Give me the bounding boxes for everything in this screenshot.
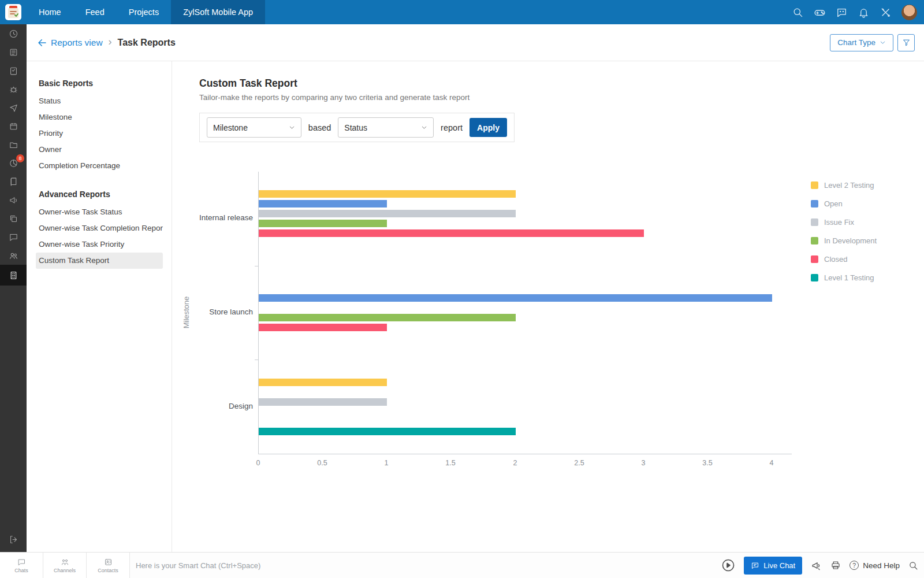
legend-item[interactable]: In Development — [811, 236, 877, 245]
chat-bubble-icon[interactable] — [0, 228, 27, 246]
legend-item[interactable]: Closed — [811, 255, 877, 264]
chart-bar — [259, 324, 387, 331]
feed-icon[interactable] — [0, 43, 27, 61]
custom-task-report-chart: Milestone Internal releaseStore launchDe… — [172, 61, 924, 552]
panel-item-custom-task-report[interactable]: Custom Task Report — [36, 253, 163, 269]
chart-bar — [259, 314, 516, 321]
panel-item-priority[interactable]: Priority — [36, 125, 163, 142]
chart-bar — [259, 200, 387, 208]
need-help-button[interactable]: ? Need Help — [850, 561, 900, 570]
legend-item[interactable]: Level 1 Testing — [811, 273, 877, 282]
legend-swatch — [811, 274, 818, 281]
gamepad-icon[interactable] — [810, 3, 829, 21]
legend-swatch — [811, 200, 818, 208]
tab-chats-label: Chats — [14, 568, 28, 573]
legend-item[interactable]: Level 2 Testing — [811, 181, 877, 190]
legend-label: Issue Fix — [824, 218, 854, 227]
play-circle-icon[interactable] — [721, 558, 735, 572]
x-tick-label: 2 — [501, 459, 530, 467]
chart-bar — [259, 428, 516, 435]
tab-contacts-label: Contacts — [98, 568, 118, 573]
panel-item-owner-wise-task-completion-report[interactable]: Owner-wise Task Completion Report — [36, 220, 163, 236]
users-icon[interactable] — [0, 246, 27, 265]
contacts-icon — [104, 558, 113, 566]
x-tick-label: 2.5 — [565, 459, 594, 467]
chat-feedback-icon[interactable] — [832, 3, 851, 21]
bottom-bar-actions: Live Chat ? Need Help — [721, 557, 924, 575]
pages-copy-icon[interactable] — [0, 209, 27, 228]
page-title: Task Reports — [118, 38, 176, 48]
live-chat-label: Live Chat — [763, 561, 795, 570]
tab-channels-label: Channels — [54, 568, 76, 573]
legend-item[interactable]: Issue Fix — [811, 218, 877, 227]
notifications-bell-icon[interactable] — [854, 3, 873, 21]
legend-swatch — [811, 181, 818, 189]
help-question-icon: ? — [850, 561, 859, 570]
nav-item-current-project[interactable]: ZylSoft Mobile App — [171, 0, 265, 24]
chart-bar — [259, 229, 644, 237]
nav-item-home[interactable]: Home — [27, 0, 73, 24]
panel-item-milestone[interactable]: Milestone — [36, 109, 163, 125]
smart-chat-input[interactable] — [136, 561, 459, 570]
breadcrumb-separator: › — [109, 36, 112, 48]
reports-panel: Basic Reports Status Milestone Priority … — [27, 61, 172, 552]
reports-module-building-icon[interactable] — [0, 265, 27, 286]
breadcrumb-reports-view-link[interactable]: Reports view — [51, 38, 103, 48]
chart-bar — [259, 220, 387, 227]
y-axis-tick — [255, 360, 259, 360]
tab-contacts[interactable]: Contacts — [87, 553, 130, 578]
forum-megaphone-icon[interactable] — [0, 191, 27, 209]
collapse-sidebar-icon[interactable] — [0, 530, 27, 549]
x-tick-label: 3 — [629, 459, 658, 467]
chats-icon — [17, 558, 26, 566]
channels-icon — [61, 558, 69, 566]
search-icon[interactable] — [788, 3, 807, 21]
milestone-plane-icon[interactable] — [0, 98, 27, 117]
chart-type-label: Chart Type — [837, 38, 875, 47]
top-nav: Home Feed Projects ZylSoft Mobile App — [0, 0, 924, 24]
reports-badge: 8 — [16, 154, 24, 162]
bottom-search-icon[interactable] — [908, 561, 918, 570]
live-chat-button[interactable]: Live Chat — [744, 557, 802, 575]
legend-label: Open — [824, 199, 843, 208]
nav-item-projects[interactable]: Projects — [117, 0, 171, 24]
app-logo-icon[interactable] — [5, 3, 22, 21]
documents-folder-icon[interactable] — [0, 135, 27, 154]
y-axis-tick — [255, 266, 259, 266]
panel-item-status[interactable]: Status — [36, 93, 163, 109]
tools-icon[interactable] — [876, 3, 895, 21]
module-sidebar: 8 — [0, 24, 27, 552]
tasks-clipboard-icon[interactable] — [0, 61, 27, 80]
chart-legend: Level 2 TestingOpenIssue FixIn Developme… — [811, 181, 877, 282]
category-label: Store launch — [166, 307, 253, 316]
timesheet-clock-icon[interactable] — [0, 24, 27, 43]
filter-funnel-icon — [902, 38, 911, 47]
bugs-icon[interactable] — [0, 80, 27, 98]
chart-bar — [259, 294, 772, 302]
x-tick-label: 1.5 — [436, 459, 465, 467]
legend-swatch — [811, 237, 818, 244]
panel-item-owner[interactable]: Owner — [36, 142, 163, 158]
chart-type-button[interactable]: Chart Type — [830, 34, 893, 51]
legend-label: Level 2 Testing — [824, 181, 874, 190]
chart-bar — [259, 379, 387, 386]
filter-button[interactable] — [897, 34, 915, 51]
basic-reports-heading: Basic Reports — [39, 79, 172, 88]
panel-item-owner-wise-task-status[interactable]: Owner-wise Task Status — [36, 204, 163, 220]
back-arrow-icon[interactable] — [35, 35, 50, 50]
calendar-icon[interactable] — [0, 117, 27, 135]
nav-item-feed[interactable]: Feed — [73, 0, 117, 24]
panel-item-completion-percentage[interactable]: Completion Percentage — [36, 158, 163, 174]
print-icon[interactable] — [830, 560, 841, 570]
wiki-book-icon[interactable] — [0, 172, 27, 191]
legend-item[interactable]: Open — [811, 199, 877, 208]
legend-swatch — [811, 218, 818, 226]
category-label: Design — [166, 402, 253, 410]
tab-chats[interactable]: Chats — [0, 553, 43, 578]
user-avatar[interactable] — [901, 5, 917, 20]
panel-item-owner-wise-task-priority[interactable]: Owner-wise Task Priority — [36, 236, 163, 253]
reports-pie-icon[interactable]: 8 — [0, 154, 27, 172]
legend-label: In Development — [824, 236, 877, 245]
announcement-megaphone-icon[interactable] — [811, 560, 822, 571]
tab-channels[interactable]: Channels — [43, 553, 87, 578]
